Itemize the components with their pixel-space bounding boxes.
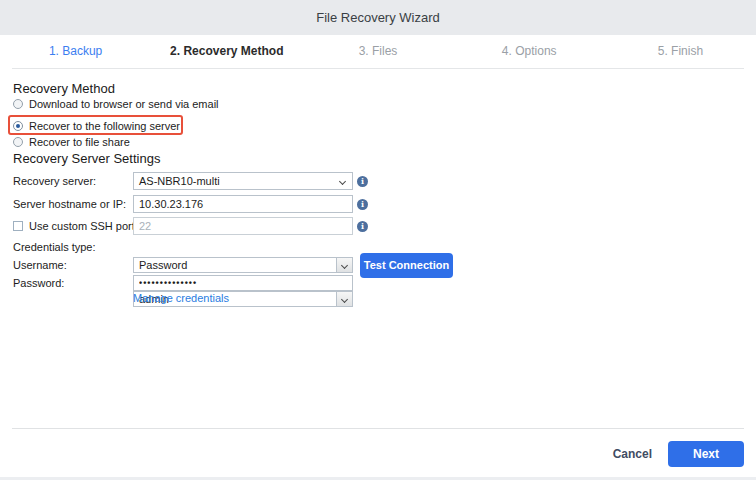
recovery-server-label: Recovery server: <box>13 172 96 190</box>
hostname-label: Server hostname or IP: <box>13 195 126 213</box>
server-settings-heading: Recovery Server Settings <box>13 151 160 166</box>
ssh-port-label-row: Use custom SSH port: <box>13 217 138 235</box>
radio-button-icon[interactable] <box>13 99 23 109</box>
dropdown-button[interactable] <box>336 292 352 306</box>
info-icon[interactable] <box>357 221 368 232</box>
radio-label: Recover to the following server <box>29 120 180 132</box>
footer-divider <box>12 428 744 429</box>
recovery-server-value: AS-NBR10-multi <box>139 175 220 187</box>
credentials-type-value: Password <box>139 259 187 271</box>
hostname-input[interactable] <box>133 195 353 213</box>
cancel-button[interactable]: Cancel <box>613 447 652 461</box>
file-recovery-wizard-dialog: File Recovery Wizard 1. Backup 2. Recove… <box>0 0 756 480</box>
radio-recover-to-server[interactable]: Recover to the following server <box>13 118 180 133</box>
info-icon[interactable] <box>357 199 368 210</box>
chevron-down-icon <box>341 262 348 269</box>
radio-button-icon[interactable] <box>13 137 23 147</box>
radio-label: Download to browser or send via email <box>29 98 219 110</box>
credentials-type-label: Credentials type: <box>13 239 96 255</box>
ssh-port-label: Use custom SSH port: <box>29 220 138 232</box>
dropdown-button[interactable] <box>336 258 352 272</box>
radio-label: Recover to file share <box>29 136 130 148</box>
info-icon[interactable] <box>357 176 368 187</box>
ssh-port-checkbox[interactable] <box>13 221 23 231</box>
test-connection-button[interactable]: Test Connection <box>360 253 453 278</box>
next-button[interactable]: Next <box>668 441 744 467</box>
recovery-method-heading: Recovery Method <box>13 81 115 96</box>
dialog-title: File Recovery Wizard <box>0 0 756 35</box>
dialog-header: File Recovery Wizard <box>0 0 756 35</box>
step-files: 3. Files <box>302 35 453 68</box>
password-input[interactable] <box>133 275 353 291</box>
wizard-steps: 1. Backup 2. Recovery Method 3. Files 4.… <box>0 35 756 68</box>
step-options: 4. Options <box>454 35 605 68</box>
manage-credentials-link[interactable]: Manage credentials <box>133 292 229 304</box>
chevron-down-icon <box>341 296 348 303</box>
ssh-port-input <box>133 217 353 235</box>
step-recovery-method: 2. Recovery Method <box>151 35 302 68</box>
recovery-server-select[interactable]: AS-NBR10-multi <box>133 172 353 190</box>
radio-download-to-browser[interactable]: Download to browser or send via email <box>13 96 219 111</box>
step-finish: 5. Finish <box>605 35 756 68</box>
steps-divider <box>12 68 744 69</box>
chevron-down-icon <box>339 178 346 185</box>
radio-button-selected-icon[interactable] <box>13 121 23 131</box>
step-backup[interactable]: 1. Backup <box>0 35 151 68</box>
radio-recover-to-file-share[interactable]: Recover to file share <box>13 134 130 149</box>
credentials-type-select[interactable]: Password <box>133 257 353 273</box>
password-label: Password: <box>13 275 64 291</box>
username-label: Username: <box>13 257 67 273</box>
